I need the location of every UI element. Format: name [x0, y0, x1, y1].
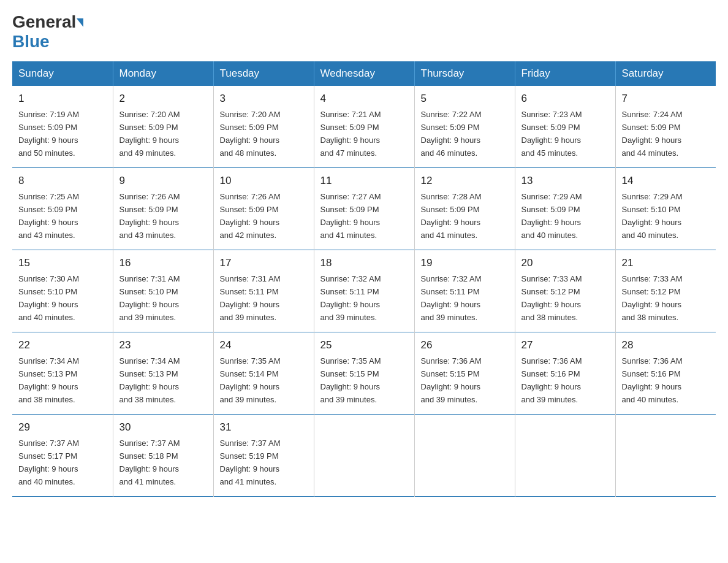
- calendar-cell: 29 Sunrise: 7:37 AMSunset: 5:17 PMDaylig…: [12, 415, 113, 497]
- day-number: 23: [119, 337, 207, 353]
- day-info: Sunrise: 7:35 AMSunset: 5:14 PMDaylight:…: [220, 356, 281, 404]
- day-info: Sunrise: 7:21 AMSunset: 5:09 PMDaylight:…: [320, 110, 381, 158]
- calendar-cell: 12 Sunrise: 7:28 AMSunset: 5:09 PMDaylig…: [414, 168, 515, 250]
- day-info: Sunrise: 7:22 AMSunset: 5:09 PMDaylight:…: [421, 110, 482, 158]
- day-header-wednesday: Wednesday: [314, 61, 414, 86]
- day-number: 2: [119, 91, 207, 107]
- day-info: Sunrise: 7:26 AMSunset: 5:09 PMDaylight:…: [220, 192, 281, 240]
- day-info: Sunrise: 7:30 AMSunset: 5:10 PMDaylight:…: [18, 274, 79, 322]
- day-info: Sunrise: 7:33 AMSunset: 5:12 PMDaylight:…: [521, 274, 582, 322]
- calendar-cell: 17 Sunrise: 7:31 AMSunset: 5:11 PMDaylig…: [213, 250, 314, 332]
- days-header-row: SundayMondayTuesdayWednesdayThursdayFrid…: [12, 61, 716, 86]
- page-header: General Blue: [12, 12, 716, 52]
- calendar-cell: 26 Sunrise: 7:36 AMSunset: 5:15 PMDaylig…: [414, 332, 515, 415]
- calendar-cell: 18 Sunrise: 7:32 AMSunset: 5:11 PMDaylig…: [314, 250, 414, 332]
- logo-triangle-icon: [77, 18, 83, 27]
- calendar-cell: 16 Sunrise: 7:31 AMSunset: 5:10 PMDaylig…: [113, 250, 213, 332]
- day-number: 1: [18, 91, 107, 107]
- day-number: 26: [421, 337, 509, 353]
- day-number: 22: [18, 337, 107, 353]
- day-info: Sunrise: 7:20 AMSunset: 5:09 PMDaylight:…: [220, 110, 281, 158]
- day-info: Sunrise: 7:32 AMSunset: 5:11 PMDaylight:…: [320, 274, 381, 322]
- calendar-cell: 14 Sunrise: 7:29 AMSunset: 5:10 PMDaylig…: [615, 168, 716, 250]
- calendar-cell: 13 Sunrise: 7:29 AMSunset: 5:09 PMDaylig…: [515, 168, 615, 250]
- day-number: 20: [521, 255, 609, 271]
- day-info: Sunrise: 7:37 AMSunset: 5:19 PMDaylight:…: [220, 439, 281, 486]
- calendar-cell: 1 Sunrise: 7:19 AMSunset: 5:09 PMDayligh…: [12, 86, 113, 168]
- day-info: Sunrise: 7:25 AMSunset: 5:09 PMDaylight:…: [18, 192, 79, 240]
- logo-blue-text: Blue: [12, 32, 50, 52]
- day-info: Sunrise: 7:29 AMSunset: 5:10 PMDaylight:…: [622, 192, 683, 240]
- day-info: Sunrise: 7:32 AMSunset: 5:11 PMDaylight:…: [421, 274, 482, 322]
- day-number: 13: [521, 173, 609, 189]
- week-row-2: 8 Sunrise: 7:25 AMSunset: 5:09 PMDayligh…: [12, 168, 716, 250]
- calendar-cell: 30 Sunrise: 7:37 AMSunset: 5:18 PMDaylig…: [113, 415, 213, 497]
- calendar-cell: 25 Sunrise: 7:35 AMSunset: 5:15 PMDaylig…: [314, 332, 414, 415]
- day-info: Sunrise: 7:29 AMSunset: 5:09 PMDaylight:…: [521, 192, 582, 240]
- day-header-thursday: Thursday: [414, 61, 515, 86]
- day-number: 21: [622, 255, 710, 271]
- calendar-cell: 15 Sunrise: 7:30 AMSunset: 5:10 PMDaylig…: [12, 250, 113, 332]
- calendar-cell: 8 Sunrise: 7:25 AMSunset: 5:09 PMDayligh…: [12, 168, 113, 250]
- day-info: Sunrise: 7:34 AMSunset: 5:13 PMDaylight:…: [119, 356, 180, 404]
- calendar-cell: 10 Sunrise: 7:26 AMSunset: 5:09 PMDaylig…: [213, 168, 314, 250]
- day-header-sunday: Sunday: [12, 61, 113, 86]
- calendar-cell: 21 Sunrise: 7:33 AMSunset: 5:12 PMDaylig…: [615, 250, 716, 332]
- calendar-cell: 23 Sunrise: 7:34 AMSunset: 5:13 PMDaylig…: [113, 332, 213, 415]
- calendar-cell: [615, 415, 716, 497]
- day-info: Sunrise: 7:37 AMSunset: 5:17 PMDaylight:…: [18, 439, 79, 486]
- week-row-4: 22 Sunrise: 7:34 AMSunset: 5:13 PMDaylig…: [12, 332, 716, 415]
- day-number: 14: [622, 173, 710, 189]
- day-header-monday: Monday: [113, 61, 213, 86]
- day-header-tuesday: Tuesday: [213, 61, 314, 86]
- calendar-cell: 27 Sunrise: 7:36 AMSunset: 5:16 PMDaylig…: [515, 332, 615, 415]
- calendar-cell: 20 Sunrise: 7:33 AMSunset: 5:12 PMDaylig…: [515, 250, 615, 332]
- day-number: 12: [421, 173, 509, 189]
- day-info: Sunrise: 7:26 AMSunset: 5:09 PMDaylight:…: [119, 192, 180, 240]
- day-number: 27: [521, 337, 609, 353]
- calendar-cell: 5 Sunrise: 7:22 AMSunset: 5:09 PMDayligh…: [414, 86, 515, 168]
- calendar-cell: 3 Sunrise: 7:20 AMSunset: 5:09 PMDayligh…: [213, 86, 314, 168]
- week-row-5: 29 Sunrise: 7:37 AMSunset: 5:17 PMDaylig…: [12, 415, 716, 497]
- day-number: 7: [622, 91, 710, 107]
- day-header-saturday: Saturday: [615, 61, 716, 86]
- day-number: 19: [421, 255, 509, 271]
- calendar-cell: 28 Sunrise: 7:36 AMSunset: 5:16 PMDaylig…: [615, 332, 716, 415]
- day-info: Sunrise: 7:19 AMSunset: 5:09 PMDaylight:…: [18, 110, 79, 158]
- day-number: 11: [320, 173, 408, 189]
- day-info: Sunrise: 7:36 AMSunset: 5:15 PMDaylight:…: [421, 356, 482, 404]
- calendar-cell: [314, 415, 414, 497]
- calendar-cell: 4 Sunrise: 7:21 AMSunset: 5:09 PMDayligh…: [314, 86, 414, 168]
- day-number: 18: [320, 255, 408, 271]
- day-number: 28: [622, 337, 710, 353]
- day-number: 6: [521, 91, 609, 107]
- day-number: 24: [220, 337, 308, 353]
- calendar-cell: 9 Sunrise: 7:26 AMSunset: 5:09 PMDayligh…: [113, 168, 213, 250]
- day-info: Sunrise: 7:35 AMSunset: 5:15 PMDaylight:…: [320, 356, 381, 404]
- week-row-3: 15 Sunrise: 7:30 AMSunset: 5:10 PMDaylig…: [12, 250, 716, 332]
- day-number: 15: [18, 255, 107, 271]
- day-info: Sunrise: 7:20 AMSunset: 5:09 PMDaylight:…: [119, 110, 180, 158]
- calendar-cell: 7 Sunrise: 7:24 AMSunset: 5:09 PMDayligh…: [615, 86, 716, 168]
- logo-general-text: General: [12, 12, 76, 32]
- day-number: 8: [18, 173, 107, 189]
- day-number: 4: [320, 91, 408, 107]
- calendar-cell: [414, 415, 515, 497]
- day-info: Sunrise: 7:34 AMSunset: 5:13 PMDaylight:…: [18, 356, 79, 404]
- day-info: Sunrise: 7:27 AMSunset: 5:09 PMDaylight:…: [320, 192, 381, 240]
- calendar-cell: 31 Sunrise: 7:37 AMSunset: 5:19 PMDaylig…: [213, 415, 314, 497]
- logo: General Blue: [12, 12, 83, 52]
- day-number: 5: [421, 91, 509, 107]
- day-info: Sunrise: 7:28 AMSunset: 5:09 PMDaylight:…: [421, 192, 482, 240]
- day-info: Sunrise: 7:36 AMSunset: 5:16 PMDaylight:…: [622, 356, 683, 404]
- day-number: 31: [220, 419, 308, 435]
- day-info: Sunrise: 7:33 AMSunset: 5:12 PMDaylight:…: [622, 274, 683, 322]
- week-row-1: 1 Sunrise: 7:19 AMSunset: 5:09 PMDayligh…: [12, 86, 716, 168]
- day-number: 10: [220, 173, 308, 189]
- day-info: Sunrise: 7:37 AMSunset: 5:18 PMDaylight:…: [119, 439, 180, 486]
- day-header-friday: Friday: [515, 61, 615, 86]
- day-number: 3: [220, 91, 308, 107]
- calendar-cell: 11 Sunrise: 7:27 AMSunset: 5:09 PMDaylig…: [314, 168, 414, 250]
- calendar-table: SundayMondayTuesdayWednesdayThursdayFrid…: [12, 61, 716, 497]
- day-number: 29: [18, 419, 107, 435]
